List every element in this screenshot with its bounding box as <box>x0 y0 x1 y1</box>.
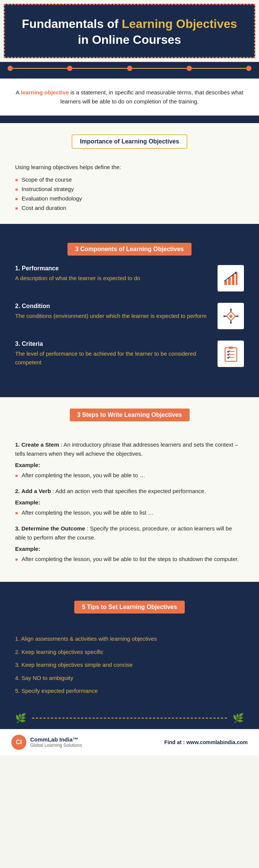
svg-rect-19 <box>228 347 233 349</box>
step-1-number: 1. <box>15 441 20 448</box>
step-item-3: 3. Determine the Outcome : Specify the p… <box>15 524 244 562</box>
svg-marker-12 <box>223 315 225 317</box>
decorative-row: 🌿 🌿 <box>0 707 259 729</box>
step-3-text: 3. Determine the Outcome : Specify the p… <box>15 524 244 542</box>
svg-rect-3 <box>236 272 238 285</box>
step-2-example-label: Example: <box>15 498 244 507</box>
tips-section: 5 Tips to Set Learning Objectives 1. Ali… <box>0 589 259 707</box>
step-1-bullet: After completing the lesson, you will be… <box>15 472 244 478</box>
steps-badge: 3 Steps to Write Learning Objectives <box>70 409 190 421</box>
component-text-2: 2. Condition The conditions (environment… <box>15 303 210 321</box>
importance-bullets: Scope of the course Instructional strate… <box>15 175 244 213</box>
step-2-number: 2. <box>15 488 20 494</box>
list-item: Scope of the course <box>15 175 244 184</box>
timeline-dot-1 <box>8 66 13 71</box>
timeline-bar <box>0 62 259 79</box>
step-2-bullet: After completing the lesson, you will be… <box>15 509 244 516</box>
list-item: Evaluation methodology <box>15 194 244 203</box>
component-item-3: 3. Criteria The level of performance to … <box>15 341 244 367</box>
step-3-bullet: After completing the lesson, you will be… <box>15 556 244 562</box>
footer-brand-text: CommLab India™ Global Learning Solutions <box>30 736 82 748</box>
list-item: Cost and duration <box>15 203 244 213</box>
component-desc-3: The level of performance to be achieved … <box>15 350 210 367</box>
svg-marker-14 <box>237 315 239 317</box>
step-1-label: Create a Stem <box>21 441 59 448</box>
divider-4 <box>0 582 259 589</box>
tip-item-5: 5. Specify expected performance <box>15 685 244 698</box>
importance-badge-wrap: Importance of Learning Objectives <box>15 134 244 156</box>
leaf-icon-left: 🌿 <box>15 713 26 723</box>
step-1-text: 1. Create a Stem : An introductory phras… <box>15 440 244 458</box>
component-desc-1: A description of what the learner is exp… <box>15 274 210 283</box>
definition-bold-term: learning objective <box>21 89 69 96</box>
leaf-icon-right: 🌿 <box>233 713 244 723</box>
steps-section: 3 Steps to Write Learning Objectives 1. … <box>0 397 259 582</box>
step-2-text: 2. Add a Verb : Add an action verb that … <box>15 487 244 496</box>
title-part1: Fundamentals of <box>22 17 122 31</box>
title-highlight: Learning Objectives <box>122 17 237 31</box>
timeline-line-3 <box>132 68 187 69</box>
list-item: Instructional strategy <box>15 184 244 194</box>
divider-2 <box>0 224 259 231</box>
component-text-1: 1. Performance A description of what the… <box>15 265 210 283</box>
component-item-2: 2. Condition The conditions (environment… <box>15 303 244 329</box>
deco-dots-line <box>32 718 227 718</box>
importance-section: Importance of Learning Objectives Using … <box>0 123 259 224</box>
importance-intro: Using learning objectives helps define t… <box>15 164 244 170</box>
importance-badge: Importance of Learning Objectives <box>72 134 187 149</box>
footer-logo: CI CommLab India™ Global Learning Soluti… <box>11 735 82 750</box>
footer-section: CI CommLab India™ Global Learning Soluti… <box>0 729 259 755</box>
component-desc-2: The conditions (environment) under which… <box>15 312 210 321</box>
brand-subtitle: Global Learning Solutions <box>30 743 82 748</box>
step-3-example-label: Example: <box>15 544 244 553</box>
divider-3 <box>0 390 259 397</box>
step-3-label: Determine the Outcome <box>21 525 85 532</box>
component-title-3: 3. Criteria <box>15 341 210 347</box>
main-title: Fundamentals of Learning Objectives in O… <box>20 16 239 48</box>
components-badge-wrap: 3 Components of Learning Objectives <box>15 243 244 265</box>
brand-name: CommLab India™ <box>30 736 82 743</box>
tips-badge: 5 Tips to Set Learning Objectives <box>74 601 184 614</box>
timeline-line-1 <box>13 68 67 69</box>
definition-section: A learning objective is a statement, in … <box>0 79 259 116</box>
footer-url: Find at : www.commlabindia.com <box>164 739 248 745</box>
tips-badge-wrap: 5 Tips to Set Learning Objectives <box>15 601 244 623</box>
component-title-2: 2. Condition <box>15 303 210 310</box>
tip-item-3: 3. Keep learning objectives simple and c… <box>15 658 244 672</box>
timeline-dot-3 <box>127 66 132 71</box>
components-section: 3 Components of Learning Objectives 1. P… <box>0 231 259 390</box>
svg-rect-1 <box>228 278 231 285</box>
svg-point-6 <box>229 315 232 318</box>
component-text-3: 3. Criteria The level of performance to … <box>15 341 210 367</box>
timeline-dot-5 <box>246 66 251 71</box>
step-2-label: Add a Verb <box>21 488 51 494</box>
step-1-example-label: Example: <box>15 461 244 470</box>
timeline-line-4 <box>192 68 246 69</box>
timeline-line-2 <box>72 68 127 69</box>
step-2-body: : Add an action verb that specifies the … <box>52 488 206 494</box>
tip-item-1: 1. Align assessments & activities with l… <box>15 632 244 646</box>
steps-badge-wrap: 3 Steps to Write Learning Objectives <box>15 409 244 431</box>
performance-icon <box>218 265 244 291</box>
step-item-1: 1. Create a Stem : An introductory phras… <box>15 440 244 478</box>
step-3-number: 3. <box>15 525 20 532</box>
step-item-2: 2. Add a Verb : Add an action verb that … <box>15 487 244 516</box>
svg-rect-2 <box>232 274 234 285</box>
checklist-icon <box>218 341 244 367</box>
definition-suffix: is a statement, in specific and measurab… <box>60 89 243 105</box>
condition-icon <box>218 303 244 329</box>
header-section: Fundamentals of Learning Objectives in O… <box>4 4 255 58</box>
tip-item-4: 4. Say NO to ambiguity <box>15 672 244 685</box>
timeline-dot-4 <box>187 66 192 71</box>
brand-logo-icon: CI <box>11 735 26 750</box>
component-title-1: 1. Performance <box>15 265 210 272</box>
divider-1 <box>0 116 259 123</box>
timeline-dot-2 <box>67 66 72 71</box>
svg-marker-10 <box>230 322 232 324</box>
component-item-1: 1. Performance A description of what the… <box>15 265 244 291</box>
svg-marker-8 <box>230 308 232 310</box>
tip-item-2: 2. Keep learning objectives specific <box>15 646 244 659</box>
definition-prefix: A <box>16 89 21 96</box>
components-badge: 3 Components of Learning Objectives <box>67 243 191 256</box>
title-part2: in Online Courses <box>78 33 181 46</box>
